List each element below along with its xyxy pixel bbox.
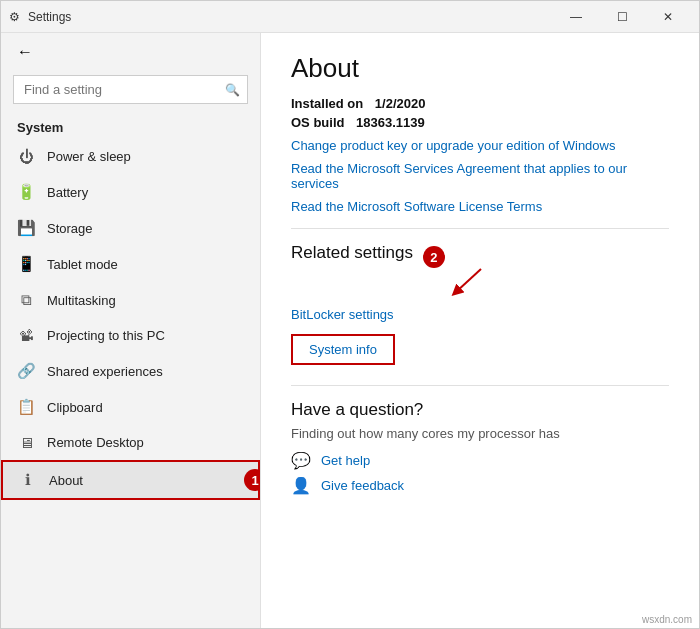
sidebar-item-label: Storage	[47, 221, 93, 236]
sidebar-item-battery[interactable]: 🔋 Battery	[1, 174, 260, 210]
question-title: Have a question?	[291, 400, 669, 420]
link-product-key[interactable]: Change product key or upgrade your editi…	[291, 138, 669, 153]
get-help-icon: 💬	[291, 451, 311, 470]
divider	[291, 228, 669, 229]
arrow-indicator	[451, 267, 669, 301]
minimize-button[interactable]: —	[553, 1, 599, 33]
shared-icon: 🔗	[17, 362, 35, 380]
sidebar-item-label: Remote Desktop	[47, 435, 144, 450]
related-settings-title: Related settings	[291, 243, 413, 263]
sidebar: ← 🔍 System ⏻ Power & sleep 🔋 Battery 💾 S…	[1, 33, 261, 628]
main-content: ← 🔍 System ⏻ Power & sleep 🔋 Battery 💾 S…	[1, 33, 699, 628]
link-license-terms[interactable]: Read the Microsoft Software License Term…	[291, 199, 669, 214]
sidebar-item-label: Multitasking	[47, 293, 116, 308]
link-services-agreement[interactable]: Read the Microsoft Services Agreement th…	[291, 161, 669, 191]
projecting-icon: 📽	[17, 327, 35, 344]
feedback-icon: 👤	[291, 476, 311, 495]
maximize-button[interactable]: ☐	[599, 1, 645, 33]
sidebar-item-multitasking[interactable]: ⧉ Multitasking	[1, 282, 260, 318]
settings-icon: ⚙	[9, 10, 20, 24]
give-feedback-item[interactable]: 👤 Give feedback	[291, 476, 669, 495]
sidebar-item-clipboard[interactable]: 📋 Clipboard	[1, 389, 260, 425]
watermark: wsxdn.com	[642, 614, 692, 625]
sidebar-item-label: Battery	[47, 185, 88, 200]
sidebar-item-label: Clipboard	[47, 400, 103, 415]
power-sleep-icon: ⏻	[17, 148, 35, 165]
search-container: 🔍	[13, 75, 248, 104]
arrow-svg	[451, 267, 511, 297]
window-title: Settings	[28, 10, 71, 24]
settings-window: ⚙ Settings — ☐ ✕ ← 🔍 System ⏻ Power & sl…	[0, 0, 700, 629]
svg-line-1	[456, 269, 481, 292]
installed-on-value: 1/2/2020	[375, 96, 426, 111]
os-build-label: OS build	[291, 115, 344, 130]
sidebar-item-label: Tablet mode	[47, 257, 118, 272]
os-build-value: 18363.1139	[356, 115, 425, 130]
annotation-badge-1: 1	[244, 469, 261, 491]
os-build-row: OS build 18363.1139	[291, 115, 669, 130]
get-help-item[interactable]: 💬 Get help	[291, 451, 669, 470]
sidebar-item-remote[interactable]: 🖥 Remote Desktop	[1, 425, 260, 460]
sidebar-item-about[interactable]: ℹ About 1	[1, 460, 260, 500]
system-info-button[interactable]: System info	[291, 334, 395, 365]
badge-2-container: 2	[423, 246, 445, 268]
remote-icon: 🖥	[17, 434, 35, 451]
title-bar-left: ⚙ Settings	[9, 10, 71, 24]
clipboard-icon: 📋	[17, 398, 35, 416]
related-settings-section: Related settings 2	[291, 243, 669, 371]
storage-icon: 💾	[17, 219, 35, 237]
sidebar-item-projecting[interactable]: 📽 Projecting to this PC	[1, 318, 260, 353]
installed-on-row: Installed on 1/2/2020	[291, 96, 669, 111]
close-button[interactable]: ✕	[645, 1, 691, 33]
battery-icon: 🔋	[17, 183, 35, 201]
get-help-label: Get help	[321, 453, 370, 468]
section-title: System	[1, 112, 260, 139]
tablet-icon: 📱	[17, 255, 35, 273]
sidebar-item-tablet[interactable]: 📱 Tablet mode	[1, 246, 260, 282]
back-button[interactable]: ←	[1, 33, 260, 71]
sidebar-item-label: Shared experiences	[47, 364, 163, 379]
sidebar-item-storage[interactable]: 💾 Storage	[1, 210, 260, 246]
main-panel: About Installed on 1/2/2020 OS build 183…	[261, 33, 699, 628]
title-bar: ⚙ Settings — ☐ ✕	[1, 1, 699, 33]
search-input[interactable]	[13, 75, 248, 104]
multitasking-icon: ⧉	[17, 291, 35, 309]
give-feedback-label: Give feedback	[321, 478, 404, 493]
sidebar-item-shared[interactable]: 🔗 Shared experiences	[1, 353, 260, 389]
about-icon: ℹ	[19, 471, 37, 489]
question-text: Finding out how many cores my processor …	[291, 426, 669, 441]
page-title: About	[291, 53, 669, 84]
sidebar-item-label: About	[49, 473, 83, 488]
annotation-badge-2: 2	[423, 246, 445, 268]
title-bar-controls: — ☐ ✕	[553, 1, 691, 33]
sidebar-item-label: Projecting to this PC	[47, 328, 165, 343]
sidebar-item-power-sleep[interactable]: ⏻ Power & sleep	[1, 139, 260, 174]
bitlocker-link[interactable]: BitLocker settings	[291, 307, 669, 322]
back-icon: ←	[17, 43, 33, 61]
search-icon: 🔍	[225, 83, 240, 97]
installed-on-label: Installed on	[291, 96, 363, 111]
sidebar-item-label: Power & sleep	[47, 149, 131, 164]
divider2	[291, 385, 669, 386]
